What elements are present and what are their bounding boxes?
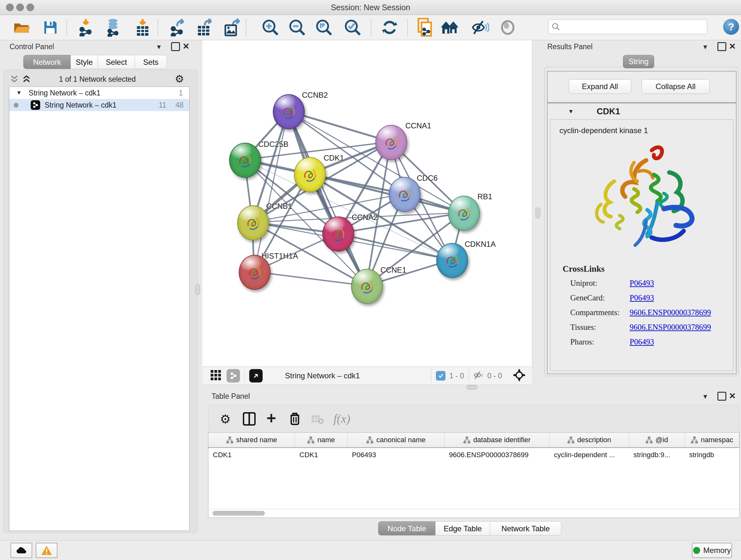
network-node-ccnb1[interactable] [237, 205, 269, 240]
crosslink-value-link[interactable]: P06493 [630, 279, 654, 287]
selected-items-checkbox[interactable] [436, 371, 446, 381]
network-node-ccnb2[interactable] [273, 94, 305, 129]
tab-network[interactable]: Network [23, 55, 71, 69]
table-cell[interactable]: CDK1 [295, 451, 347, 459]
column-header--id[interactable]: @id [629, 433, 684, 447]
birdseye-view-button[interactable] [249, 369, 263, 382]
network-node-ccna2[interactable] [322, 216, 354, 252]
hide-graphics-details-button[interactable] [470, 17, 491, 38]
delete-column-button[interactable] [289, 412, 301, 427]
crosslink-value-link[interactable]: P06493 [630, 294, 654, 302]
column-header-canonical-name[interactable]: canonical name [347, 433, 445, 447]
tab-edge-table[interactable]: Edge Table [435, 521, 490, 536]
column-header-shared-name[interactable]: shared name [208, 433, 295, 447]
tab-sets[interactable]: Sets [135, 55, 167, 69]
right-splitter-handle[interactable] [536, 207, 540, 219]
gene-symbol: CDK1 [597, 107, 620, 117]
network-node-cdc25b[interactable] [229, 143, 261, 178]
memory-button[interactable]: Memory [692, 543, 732, 558]
crosslink-value-link[interactable]: 9606.ENSP00000378699 [630, 323, 711, 331]
table-cell[interactable]: stringdb:9... [629, 451, 684, 459]
control-panel-float-button[interactable] [171, 42, 180, 51]
network-row-selected[interactable]: String Network – cdk1 11 48 [9, 99, 189, 111]
collapse-all-networks-button[interactable] [10, 74, 19, 85]
table-cell[interactable]: cyclin-dependent ... [549, 451, 629, 459]
warning-icon [41, 545, 52, 556]
crosslink-value-link[interactable]: 9606.ENSP00000378699 [630, 308, 711, 317]
table-hscrollbar-track[interactable] [208, 509, 739, 517]
network-node-rb1[interactable] [448, 196, 480, 231]
network-node-cdc6[interactable] [389, 177, 421, 212]
delete-table-button[interactable] [311, 415, 324, 426]
share-document-button[interactable] [415, 17, 436, 38]
table-options-gear-icon[interactable]: ⚙ [220, 412, 231, 426]
network-panel-options-gear-icon[interactable]: ⚙ [175, 73, 184, 85]
open-file-button[interactable] [11, 17, 32, 38]
network-node-cdkn1a[interactable] [436, 243, 468, 278]
column-header-database-identifier[interactable]: database identifier [445, 433, 549, 447]
network-node-ccna1[interactable] [375, 125, 407, 160]
zoom-out-button[interactable] [286, 17, 308, 38]
table-panel-menu-button[interactable]: ▼ [702, 393, 709, 400]
create-column-button[interactable]: + [266, 410, 276, 426]
export-network-button[interactable] [166, 17, 188, 38]
network-collection-row[interactable]: ▼ String Network – cdk1 1 [9, 87, 189, 99]
control-panel-menu-button[interactable]: ▼ [156, 44, 162, 51]
tab-select[interactable]: Select [98, 55, 135, 69]
collapse-all-button[interactable]: Collapse All [642, 79, 710, 94]
tab-style[interactable]: Style [71, 55, 98, 69]
left-splitter-handle[interactable] [195, 284, 200, 295]
pan-tool-button[interactable] [513, 369, 526, 383]
import-network-file-button[interactable] [76, 17, 97, 38]
gene-entry-header[interactable]: ▼ CDK1 [548, 104, 736, 119]
entry-expander-icon[interactable]: ▼ [568, 108, 574, 115]
search-input[interactable] [560, 22, 707, 31]
tab-network-table[interactable]: Network Table [490, 521, 561, 536]
grid-view-button[interactable] [211, 370, 221, 381]
bottom-splitter-handle[interactable] [467, 385, 477, 389]
warnings-button[interactable] [36, 543, 57, 558]
column-header-description[interactable]: description [549, 433, 629, 447]
expand-all-networks-button[interactable] [22, 74, 31, 85]
network-overview-button[interactable] [226, 369, 240, 382]
hidden-node-edge-counts: 0 - 0 [487, 372, 502, 380]
zoom-in-button[interactable] [260, 17, 281, 38]
column-header-namespac[interactable]: namespac [685, 433, 739, 447]
tree-expander-icon[interactable]: ▼ [16, 90, 22, 96]
zoom-fit-button[interactable] [313, 17, 334, 38]
table-hscrollbar-thumb[interactable] [212, 511, 265, 516]
import-network-database-button[interactable] [104, 17, 125, 38]
crosslink-value-link[interactable]: P06493 [630, 337, 654, 346]
network-node-ccne1[interactable] [351, 269, 383, 304]
table-panel-close-button[interactable]: ✕ [729, 391, 736, 401]
gray-eye-icon [500, 20, 515, 35]
table-cell[interactable]: P06493 [347, 451, 445, 459]
save-session-button[interactable] [40, 17, 61, 38]
zoom-selected-button[interactable] [342, 17, 363, 38]
help-button[interactable]: ? [723, 19, 739, 35]
export-image-button[interactable] [221, 17, 243, 38]
control-panel-close-button[interactable]: ✕ [183, 42, 190, 51]
tab-node-table[interactable]: Node Table [378, 521, 435, 536]
results-panel-menu-button[interactable]: ▼ [702, 44, 709, 51]
results-panel-close-button[interactable]: ✕ [729, 42, 736, 51]
table-row[interactable]: CDK1CDK1P064939606.ENSP00000378699cyclin… [208, 448, 739, 462]
show-graphics-details-button[interactable] [497, 17, 518, 38]
table-panel-float-button[interactable] [718, 392, 726, 401]
table-cell[interactable]: stringdb [685, 451, 740, 459]
table-cell[interactable]: CDK1 [208, 451, 295, 459]
refresh-layout-button[interactable] [379, 17, 400, 38]
column-header-name[interactable]: name [295, 433, 347, 447]
table-cell[interactable]: 9606.ENSP00000378699 [445, 451, 549, 459]
export-table-button[interactable] [194, 17, 215, 38]
network-node-cdk1[interactable] [294, 157, 326, 192]
results-panel-float-button[interactable] [718, 42, 726, 51]
cloud-status-button[interactable] [10, 543, 32, 558]
show-columns-button[interactable] [243, 412, 256, 427]
function-builder-button[interactable]: f(x) [333, 412, 350, 426]
results-tab-string[interactable]: String [623, 55, 654, 68]
expand-all-button[interactable]: Expand All [569, 79, 631, 94]
string-network-badge-icon [30, 100, 40, 110]
import-table-file-button[interactable] [132, 17, 153, 38]
home-button[interactable] [440, 17, 461, 38]
